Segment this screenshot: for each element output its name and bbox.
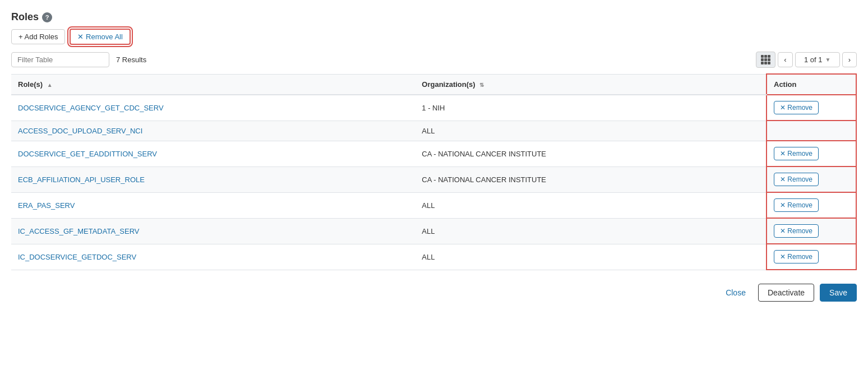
col-header-action: Action (767, 74, 856, 95)
org-cell: CA - NATIONAL CANCER INSTITUTE (415, 166, 767, 192)
org-cell: 1 - NIH (415, 95, 767, 121)
role-link[interactable]: IC_ACCESS_GF_METADATA_SERV (18, 227, 140, 235)
action-cell: ✕ Remove (767, 95, 856, 121)
org-cell: ALL (415, 121, 767, 141)
help-icon[interactable]: ? (42, 12, 52, 22)
table-row: ACCESS_DOC_UPLOAD_SERV_NCIALL (11, 121, 856, 141)
sort-icon-role[interactable]: ▲ (47, 82, 53, 88)
action-cell: ✕ Remove (767, 166, 856, 192)
role-cell: IC_ACCESS_GF_METADATA_SERV (11, 218, 415, 244)
action-cell: ✕ Remove (767, 244, 856, 270)
results-count: 7 Results (116, 55, 146, 64)
col-header-role: Role(s) ▲ (11, 74, 415, 95)
remove-button[interactable]: ✕ Remove (774, 173, 819, 186)
remove-button[interactable]: ✕ Remove (774, 198, 819, 212)
role-cell: ACCESS_DOC_UPLOAD_SERV_NCI (11, 121, 415, 141)
page-title: Roles (11, 11, 39, 23)
remove-all-button[interactable]: ✕ Remove All (70, 29, 130, 45)
table-row: ERA_PAS_SERVALL✕ Remove (11, 192, 856, 218)
sort-icon-org[interactable]: ⇅ (479, 82, 484, 88)
remove-button[interactable]: ✕ Remove (774, 101, 819, 114)
action-cell: ✕ Remove (767, 192, 856, 218)
role-cell: ECB_AFFILIATION_API_USER_ROLE (11, 166, 415, 192)
table-row: DOCSERVICE_GET_EADDITTION_SERVCA - NATIO… (11, 141, 856, 166)
filter-input[interactable] (11, 52, 109, 67)
role-link[interactable]: IC_DOCSERVICE_GETDOC_SERV (18, 253, 136, 261)
grid-icon (761, 55, 770, 64)
org-cell: ALL (415, 244, 767, 270)
role-link[interactable]: DOCSERVICE_AGENCY_GET_CDC_SERV (18, 104, 164, 112)
role-link[interactable]: ECB_AFFILIATION_API_USER_ROLE (18, 175, 145, 184)
action-cell: ✕ Remove (767, 141, 856, 166)
save-button[interactable]: Save (820, 284, 857, 302)
col-header-org: Organization(s) ⇅ (415, 74, 767, 95)
org-cell: ALL (415, 192, 767, 218)
table-row: DOCSERVICE_AGENCY_GET_CDC_SERV1 - NIH✕ R… (11, 95, 856, 121)
close-button[interactable]: Close (719, 285, 752, 300)
table-row: IC_DOCSERVICE_GETDOC_SERVALL✕ Remove (11, 244, 856, 270)
prev-page-button[interactable]: ‹ (778, 52, 792, 67)
role-cell: DOCSERVICE_GET_EADDITTION_SERV (11, 141, 415, 166)
action-cell (767, 121, 856, 141)
roles-table: Role(s) ▲ Organization(s) ⇅ Action DOCSE… (11, 73, 857, 270)
deactivate-button[interactable]: Deactivate (758, 284, 814, 302)
org-cell: CA - NATIONAL CANCER INSTITUTE (415, 141, 767, 166)
next-page-button[interactable]: › (842, 52, 857, 67)
table-row: ECB_AFFILIATION_API_USER_ROLECA - NATION… (11, 166, 856, 192)
remove-button[interactable]: ✕ Remove (774, 147, 819, 160)
role-cell: ERA_PAS_SERV (11, 192, 415, 218)
role-link[interactable]: DOCSERVICE_GET_EADDITTION_SERV (18, 150, 157, 158)
page-indicator[interactable]: 1 of 1 ▼ (795, 52, 840, 67)
role-cell: DOCSERVICE_AGENCY_GET_CDC_SERV (11, 95, 415, 121)
remove-button[interactable]: ✕ Remove (774, 250, 819, 263)
role-link[interactable]: ACCESS_DOC_UPLOAD_SERV_NCI (18, 127, 142, 135)
action-cell: ✕ Remove (767, 218, 856, 244)
org-cell: ALL (415, 218, 767, 244)
role-cell: IC_DOCSERVICE_GETDOC_SERV (11, 244, 415, 270)
table-row: IC_ACCESS_GF_METADATA_SERVALL✕ Remove (11, 218, 856, 244)
table-header-row: Role(s) ▲ Organization(s) ⇅ Action (11, 74, 856, 95)
role-link[interactable]: ERA_PAS_SERV (18, 201, 75, 210)
remove-button[interactable]: ✕ Remove (774, 224, 819, 238)
add-roles-button[interactable]: + Add Roles (11, 29, 65, 44)
grid-view-button[interactable] (756, 52, 775, 68)
